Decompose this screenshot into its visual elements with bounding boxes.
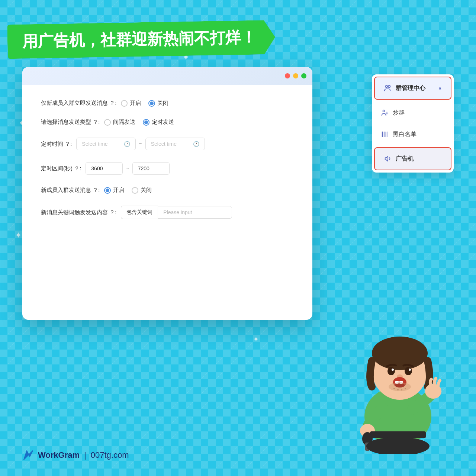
svg-point-19 — [393, 388, 395, 389]
radio-label-enable-row5: 开启 — [113, 187, 124, 194]
label-new-member-immediate: 仅新成员入群立即发送消息 ？: — [41, 100, 116, 107]
interval-max-value: 7200 — [138, 165, 149, 171]
svg-point-0 — [386, 86, 388, 88]
radio-group-row2: 间隔发送 定时发送 — [104, 119, 174, 126]
radio-enable-row5[interactable]: 开启 — [104, 187, 124, 194]
close-button[interactable] — [285, 73, 290, 78]
time-placeholder-start: Select time — [82, 141, 107, 147]
time-input-group: Select time 🕐 ~ Select time 🕐 — [76, 138, 205, 150]
radio-circle-disable — [148, 100, 155, 107]
time-range-separator: ~ — [139, 141, 142, 147]
interval-input-group: 3600 ~ 7200 — [86, 162, 169, 175]
radio-dot-scheduled — [144, 120, 148, 124]
radio-disable-row5[interactable]: 关闭 — [132, 187, 152, 194]
time-input-end[interactable]: Select time 🕐 — [145, 138, 205, 150]
dropdown-item-hot-group[interactable]: 炒群 — [372, 102, 454, 123]
form-row-keyword: 新消息关键词触发发送内容 ？: 包含关键词 Please input — [41, 206, 294, 219]
svg-rect-4 — [384, 132, 386, 137]
label-interval-seconds: 定时区间(秒) ？: — [41, 165, 81, 172]
keyword-type-select[interactable]: 包含关键词 — [121, 206, 158, 219]
dropdown-label-group-management: 群管理中心 — [396, 84, 425, 92]
footer-brand: WorkGram — [38, 450, 80, 460]
svg-point-28 — [366, 437, 430, 454]
dropdown-item-blacklist[interactable]: 黑白名单 — [372, 123, 454, 145]
time-input-start[interactable]: Select time 🕐 — [76, 138, 136, 150]
footer: WorkGram | 007tg.com — [22, 449, 129, 461]
form-row-new-member-msg: 新成员入群发送消息 ？: 开启 关闭 — [41, 187, 294, 194]
blacklist-icon — [381, 130, 389, 138]
group-icon — [384, 84, 392, 92]
banner-text: 用广告机，社群迎新热闹不打烊！ — [22, 29, 257, 50]
radio-dot-enable-row5 — [106, 189, 109, 192]
label-new-member-msg: 新成员入群发送消息 ？: — [41, 187, 100, 194]
radio-disable-row1[interactable]: 关闭 — [148, 100, 168, 107]
radio-label-disable-row5: 关闭 — [141, 187, 152, 194]
radio-circle-enable — [121, 100, 128, 107]
banner: 用广告机，社群迎新热闹不打烊！ — [7, 20, 275, 59]
radio-label-enable: 开启 — [130, 100, 141, 107]
svg-point-9 — [387, 367, 395, 375]
svg-point-21 — [401, 389, 402, 390]
group-add-icon — [381, 109, 389, 117]
svg-rect-3 — [382, 132, 383, 137]
label-scheduled-time: 定时时间 ？: — [41, 141, 72, 148]
radio-circle-enable-row5 — [104, 187, 111, 194]
interval-separator: ~ — [126, 165, 129, 172]
main-window: 仅新成员入群立即发送消息 ？: 开启 关闭 请选择消息发送类型 ？: — [22, 67, 312, 320]
radio-scheduled-send[interactable]: 定时发送 — [143, 119, 174, 126]
footer-divider: | — [84, 450, 86, 460]
sparkle-icon: ✦ — [15, 231, 22, 240]
megaphone-icon — [384, 155, 392, 163]
dropdown-item-group-management[interactable]: 群管理中心 ∧ — [374, 77, 451, 100]
svg-point-22 — [405, 388, 406, 389]
radio-label-interval: 间隔发送 — [113, 119, 135, 126]
clock-icon: 🕐 — [124, 141, 130, 147]
radio-interval-send[interactable]: 间隔发送 — [104, 119, 135, 126]
clock-icon-end: 🕐 — [193, 141, 199, 147]
keyword-placeholder: Please input — [163, 209, 192, 215]
svg-point-18 — [389, 382, 411, 391]
sparkle-icon: ✦ — [253, 335, 259, 344]
dropdown-item-advertiser[interactable]: 广告机 — [374, 147, 451, 170]
radio-circle-interval — [104, 119, 111, 126]
form-row-scheduled-time: 定时时间 ？: Select time 🕐 ~ Select time 🕐 — [41, 138, 294, 150]
svg-marker-29 — [24, 451, 33, 460]
svg-point-1 — [388, 86, 390, 88]
window-content: 仅新成员入群立即发送消息 ？: 开启 关闭 请选择消息发送类型 ？: — [22, 85, 312, 246]
time-placeholder-end: Select time — [151, 141, 177, 147]
svg-point-11 — [392, 369, 394, 371]
form-row-new-member-immediate: 仅新成员入群立即发送消息 ？: 开启 关闭 — [41, 100, 294, 107]
keyword-group: 包含关键词 Please input — [121, 206, 232, 219]
footer-url: 007tg.com — [91, 450, 129, 460]
radio-circle-disable-row5 — [132, 187, 138, 194]
minimize-button[interactable] — [293, 73, 298, 78]
interval-input-max[interactable]: 7200 — [132, 162, 170, 175]
svg-point-2 — [383, 110, 385, 112]
svg-point-20 — [397, 389, 399, 390]
svg-point-8 — [372, 337, 428, 370]
svg-point-12 — [409, 369, 411, 371]
form-row-send-type: 请选择消息发送类型 ？: 间隔发送 定时发送 — [41, 119, 294, 126]
svg-rect-5 — [387, 132, 388, 137]
radio-group-row1: 开启 关闭 — [121, 100, 168, 107]
interval-input-min[interactable]: 3600 — [86, 162, 123, 175]
svg-point-10 — [405, 367, 412, 375]
radio-enable-row1[interactable]: 开启 — [121, 100, 141, 107]
label-send-type: 请选择消息发送类型 ？: — [41, 119, 100, 126]
dropdown-label-hot-group: 炒群 — [393, 109, 405, 117]
titlebar — [22, 67, 312, 85]
dropdown-label-advertiser: 广告机 — [396, 155, 414, 163]
keyword-content-input[interactable]: Please input — [158, 206, 232, 219]
radio-label-disable: 关闭 — [157, 100, 168, 107]
radio-label-scheduled: 定时发送 — [152, 119, 174, 126]
chevron-up-icon: ∧ — [438, 85, 442, 91]
maximize-button[interactable] — [301, 73, 306, 78]
form-row-interval-seconds: 定时区间(秒) ？: 3600 ~ 7200 — [41, 162, 294, 175]
dropdown-label-blacklist: 黑白名单 — [393, 131, 416, 138]
label-keyword: 新消息关键词触发发送内容 ？: — [41, 209, 116, 216]
dropdown-panel: 群管理中心 ∧ 炒群 黑白名单 广告机 — [372, 74, 454, 173]
radio-group-row5: 开启 关闭 — [104, 187, 152, 194]
interval-min-value: 3600 — [91, 165, 103, 171]
footer-logo: WorkGram — [22, 449, 80, 461]
workgram-logo-icon — [22, 449, 34, 461]
